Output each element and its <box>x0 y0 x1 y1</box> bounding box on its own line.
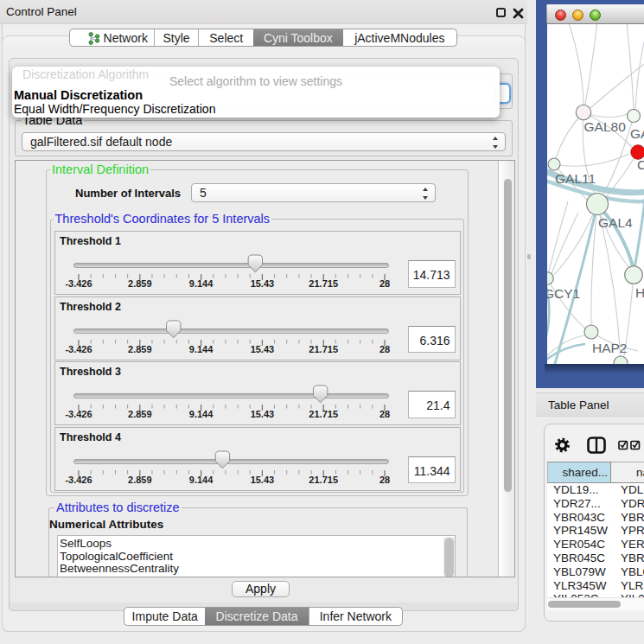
svg-text:GAL4: GAL4 <box>598 215 633 230</box>
svg-text:15.43: 15.43 <box>251 344 275 354</box>
svg-text:15.43: 15.43 <box>251 409 275 419</box>
svg-text:21.715: 21.715 <box>309 278 338 289</box>
svg-text:-3.426: -3.426 <box>65 344 92 354</box>
svg-text:2.859: 2.859 <box>128 409 152 419</box>
svg-text:28: 28 <box>379 475 390 485</box>
svg-text:2.859: 2.859 <box>128 278 152 289</box>
svg-text:15.43: 15.43 <box>251 475 275 485</box>
svg-text:28: 28 <box>379 409 390 419</box>
svg-text:-3.426: -3.426 <box>65 278 92 289</box>
svg-text:21.715: 21.715 <box>309 344 338 354</box>
svg-text:GAL11: GAL11 <box>555 171 596 186</box>
svg-text:28: 28 <box>379 278 390 289</box>
svg-text:9.144: 9.144 <box>189 278 214 289</box>
svg-text:9.144: 9.144 <box>189 475 214 485</box>
svg-text:HAP2: HAP2 <box>592 341 628 355</box>
svg-text:21.715: 21.715 <box>309 475 338 485</box>
svg-text:21.715: 21.715 <box>309 409 338 419</box>
svg-text:2.859: 2.859 <box>128 475 152 485</box>
svg-text:9.144: 9.144 <box>189 409 214 419</box>
svg-text:-3.426: -3.426 <box>65 409 92 419</box>
svg-text:HI: HI <box>635 285 644 300</box>
svg-text:28: 28 <box>379 344 390 354</box>
svg-text:CD: CD <box>637 157 644 172</box>
svg-text:-3.426: -3.426 <box>65 475 92 485</box>
svg-text:2.859: 2.859 <box>128 344 152 354</box>
svg-text:9.144: 9.144 <box>189 344 214 354</box>
svg-text:GAL80: GAL80 <box>584 119 627 134</box>
svg-text:15.43: 15.43 <box>251 278 275 289</box>
svg-text:GCY1: GCY1 <box>547 286 580 301</box>
svg-text:GA: GA <box>630 126 644 141</box>
